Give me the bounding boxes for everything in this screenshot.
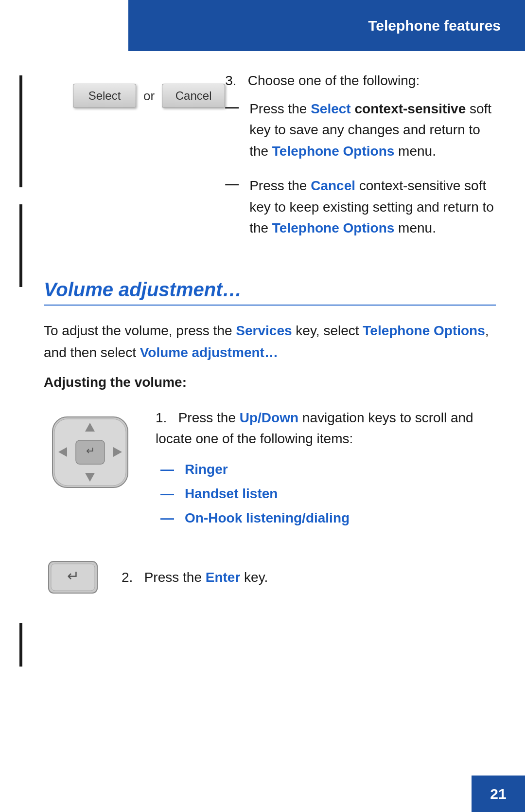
step-3-intro: Choose one of the following: xyxy=(248,73,420,88)
softkey-row: Select or Cancel xyxy=(73,84,225,108)
services-link: Services xyxy=(236,323,292,338)
bullet-text-2: Press the Cancel context-sensitive soft … xyxy=(249,175,496,238)
header-bar: Telephone features xyxy=(128,0,525,51)
telephone-options-link-1: Telephone Options xyxy=(272,144,394,159)
select-softkey: Select xyxy=(73,84,136,108)
volume-adjustment-link: Volume adjustment… xyxy=(140,345,278,360)
ringer-label: Ringer xyxy=(185,462,228,477)
volume-adjustment-heading: Volume adjustment… xyxy=(44,279,496,306)
bullet-dash-2: — xyxy=(225,175,249,192)
bullet-2: — Press the Cancel context-sensitive sof… xyxy=(225,175,496,238)
cancel-link: Cancel xyxy=(311,178,355,193)
margin-bar-2 xyxy=(19,204,22,287)
cancel-softkey: Cancel xyxy=(162,84,225,108)
page-number: 21 xyxy=(490,786,506,802)
enter-key-svg: ↵ xyxy=(46,559,100,595)
enter-link: Enter xyxy=(206,570,241,585)
main-content: Select or Cancel 3. Choose one of the fo… xyxy=(44,58,496,595)
step-3-section: Select or Cancel 3. Choose one of the fo… xyxy=(44,73,496,252)
nav-key-image: ↵ xyxy=(44,412,136,492)
margin-bar-1 xyxy=(19,75,22,187)
bullet-text-1: Press the Select context-sensitive soft … xyxy=(249,98,496,162)
list-item-onhook: — On-Hook listening/dialing xyxy=(160,510,496,526)
adjust-section: ↵ 1. Press the Up/Down navigation keys t… xyxy=(44,407,496,535)
dash-ringer: — xyxy=(160,462,185,477)
bullet-dash-1: — xyxy=(225,98,249,115)
list-item-handset: — Handset listen xyxy=(160,486,496,502)
step-1-header: 1. Press the Up/Down navigation keys to … xyxy=(156,407,496,450)
enter-key-image: ↵ xyxy=(44,559,102,595)
telephone-options-link-2: Telephone Options xyxy=(272,220,394,235)
intro-paragraph: To adjust the volume, press the Services… xyxy=(44,320,496,364)
step-2-text: 2. Press the Enter key. xyxy=(122,567,268,588)
dash-handset: — xyxy=(160,486,185,502)
step-3-content: 3. Choose one of the following: — Press … xyxy=(225,73,496,252)
step-3-header: 3. Choose one of the following: xyxy=(225,73,496,89)
margin-bar-3 xyxy=(19,623,22,667)
adjusting-volume-subheading: Adjusting the volume: xyxy=(44,375,496,390)
softkey-image-area: Select or Cancel xyxy=(44,73,225,118)
dash-onhook: — xyxy=(160,510,185,526)
or-label: or xyxy=(143,89,155,104)
step-1-number: 1. xyxy=(156,410,167,425)
adjust-content: 1. Press the Up/Down navigation keys to … xyxy=(156,407,496,535)
updown-link: Up/Down xyxy=(240,410,298,425)
step-2-number: 2. xyxy=(122,570,133,585)
step-3-number: 3. xyxy=(225,73,236,88)
page-footer: 21 xyxy=(472,776,525,812)
onhook-label: On-Hook listening/dialing xyxy=(185,510,350,526)
page-title: Telephone features xyxy=(368,18,501,34)
items-list: — Ringer — Handset listen — On-Hook list… xyxy=(160,462,496,526)
enter-key-section: ↵ 2. Press the Enter key. xyxy=(44,559,496,595)
bullet-1: — Press the Select context-sensitive sof… xyxy=(225,98,496,162)
handset-label: Handset listen xyxy=(185,486,278,502)
list-item-ringer: — Ringer xyxy=(160,462,496,477)
select-link: Select xyxy=(311,101,351,116)
svg-text:↵: ↵ xyxy=(67,568,79,584)
nav-key-svg: ↵ xyxy=(48,412,133,492)
svg-text:↵: ↵ xyxy=(86,445,94,457)
telephone-options-link-3: Telephone Options xyxy=(363,323,485,338)
